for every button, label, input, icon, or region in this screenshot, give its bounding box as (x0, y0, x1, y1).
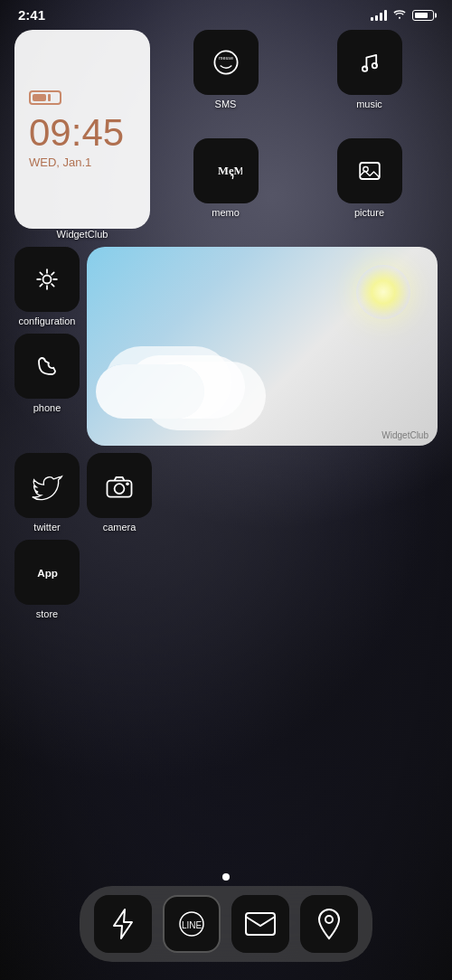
clock-widget-label: WidgetClub (57, 229, 108, 240)
mail-icon (231, 895, 289, 953)
app-twitter[interactable]: twitter (14, 453, 80, 532)
memo-label: memo (212, 207, 240, 218)
app-music[interactable]: music (301, 30, 438, 131)
picture-label: picture (354, 207, 384, 218)
svg-point-10 (126, 482, 129, 485)
memo-icon: MeMo (193, 138, 259, 203)
camera-label: camera (103, 522, 137, 532)
dock-item-maps[interactable] (300, 895, 358, 953)
app-configuration[interactable]: configuration (14, 247, 80, 326)
page-dot-1 (222, 873, 230, 881)
right-2x2-grid: messe SMS music (157, 30, 438, 240)
app-store[interactable]: App store (14, 540, 80, 619)
svg-text:App: App (37, 567, 58, 579)
twitter-label: twitter (33, 522, 60, 532)
svg-text:LINE: LINE (182, 920, 202, 930)
page-indicator (222, 873, 230, 881)
app-memo[interactable]: MeMo memo (157, 138, 294, 240)
phone-label: phone (33, 402, 61, 413)
maps-icon (300, 895, 358, 953)
svg-text:messe: messe (219, 55, 233, 61)
twitter-icon (14, 453, 80, 518)
line-icon: LINE (163, 895, 221, 953)
row-2: configuration phone WidgetClub (14, 247, 438, 446)
config-icon (14, 247, 80, 312)
sky-widget: WidgetClub (87, 247, 438, 446)
svg-point-3 (372, 63, 376, 68)
svg-point-0 (214, 51, 237, 73)
picture-icon (337, 138, 402, 203)
signal-icon (371, 10, 387, 21)
app-phone[interactable]: phone (14, 334, 80, 413)
clock-battery-icon (29, 90, 61, 105)
camera-icon (87, 453, 152, 518)
music-icon (337, 30, 402, 95)
music-label: music (356, 99, 382, 109)
svg-point-15 (325, 916, 333, 923)
time-display: 2:41 (18, 7, 45, 23)
svg-point-7 (43, 276, 52, 284)
sms-icon: messe (193, 30, 259, 95)
app-sms[interactable]: messe SMS (157, 30, 294, 131)
svg-point-9 (115, 484, 125, 494)
svg-rect-5 (360, 163, 380, 179)
home-screen: 09:45 WED, Jan.1 WidgetClub messe SMS (0, 26, 452, 619)
row-4: App store (14, 540, 438, 619)
app-picture[interactable]: picture (301, 138, 438, 240)
sms-label: SMS (215, 99, 237, 109)
clock-date: WED, Jan.1 (29, 155, 91, 169)
clock-time: 09:45 (29, 114, 124, 152)
battery-icon (412, 10, 434, 21)
svg-point-2 (362, 67, 366, 71)
dock-item-mail[interactable] (231, 895, 289, 953)
clock-widget[interactable]: 09:45 WED, Jan.1 (14, 30, 150, 229)
sky-widget-label: WidgetClub (381, 430, 428, 440)
svg-text:MeMo: MeMo (218, 165, 242, 177)
app-widgetclub-sky[interactable]: WidgetClub (87, 247, 438, 446)
dock-item-bolt[interactable] (94, 895, 152, 953)
phone-icon (14, 334, 80, 399)
row-1: 09:45 WED, Jan.1 WidgetClub messe SMS (14, 30, 438, 240)
dock: LINE (80, 886, 372, 962)
bolt-icon (94, 895, 152, 953)
row-3: twitter camera (14, 453, 438, 532)
svg-rect-14 (246, 913, 275, 935)
clock-widget-wrap: 09:45 WED, Jan.1 WidgetClub (14, 30, 150, 240)
two-icons-col: configuration phone (14, 247, 80, 446)
wifi-icon (392, 8, 407, 22)
dock-item-line[interactable]: LINE (163, 895, 221, 953)
app-camera[interactable]: camera (87, 453, 152, 532)
status-bar: 2:41 (0, 0, 452, 26)
store-label: store (36, 608, 58, 619)
store-icon: App (14, 540, 80, 605)
config-label: configuration (19, 316, 76, 326)
status-icons (371, 8, 434, 22)
